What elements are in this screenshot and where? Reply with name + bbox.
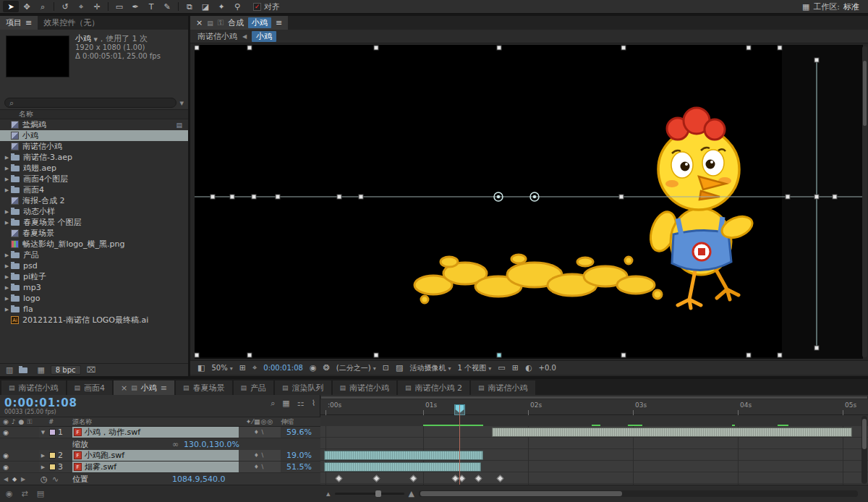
position-value[interactable]: 1084.9,540.0 <box>172 475 225 484</box>
stretch-value[interactable]: 59.6% <box>286 427 312 437</box>
stretch-value[interactable]: 19.0% <box>286 451 312 460</box>
project-item[interactable]: 小鸡 <box>0 130 188 141</box>
timeline-tab[interactable]: ▤南诺信小鸡 <box>471 380 535 395</box>
project-search[interactable]: ⌕ <box>4 98 176 108</box>
zoom-in-icon[interactable]: ▲ <box>409 489 414 498</box>
roi-icon[interactable]: ⊡ <box>383 363 389 373</box>
work-area-bar[interactable] <box>320 396 868 399</box>
lock-icon[interactable]: ⚿ <box>27 418 32 426</box>
project-item[interactable]: ▶画面4 <box>0 184 188 195</box>
close-icon[interactable]: × <box>196 18 203 27</box>
zoom-tool[interactable]: ⌕ <box>35 1 51 12</box>
trash-icon[interactable]: ⌧ <box>87 365 96 375</box>
flowchart-icon[interactable]: ◧ <box>197 363 205 373</box>
label-chip[interactable] <box>49 429 56 435</box>
pixel-aspect-icon[interactable]: ▭ <box>498 363 505 373</box>
tab-project[interactable]: 项目 ≡ <box>0 16 38 30</box>
resolution-select[interactable]: (二分之一) ▾ <box>336 363 376 373</box>
twirl-icon[interactable]: ▶ <box>3 187 11 193</box>
roto-brush-tool[interactable]: ✦ <box>213 1 229 12</box>
keyframe-add-icon[interactable]: ◆ <box>12 476 17 482</box>
motion-blur-toggle-icon[interactable]: ⇄ <box>22 489 28 498</box>
view-layout-select[interactable]: 1 个视图 ▾ <box>458 363 492 373</box>
panel-menu-icon[interactable]: ≡ <box>276 18 282 27</box>
current-timecode[interactable]: 0:00:01:08 <box>4 396 77 409</box>
twirl-icon[interactable]: ▶ <box>3 209 11 215</box>
timeline-vertical-scrollbar[interactable] <box>861 416 867 484</box>
project-item[interactable]: ▶logo <box>0 293 188 304</box>
new-folder-icon[interactable] <box>19 367 27 373</box>
project-item[interactable]: Ai20121211-南诺信 LOGO最终稿.ai <box>0 315 188 326</box>
scale-label[interactable]: 缩放 <box>72 439 88 450</box>
panel-menu-icon[interactable]: ≡ <box>25 16 32 30</box>
color-depth-button[interactable]: 8 bpc <box>51 365 81 375</box>
graph-editor-toggle-icon[interactable]: ▤ <box>37 489 44 498</box>
align-checkbox[interactable]: ✓ <box>253 3 261 11</box>
stopwatch-icon[interactable]: ◷ <box>41 475 48 484</box>
project-item[interactable]: ▶春夏场景 个图层 <box>0 217 188 228</box>
exposure-value[interactable]: +0.0 <box>539 364 556 372</box>
project-item[interactable]: 海报-合成 2 <box>0 195 188 206</box>
graph-icon[interactable]: ∿ <box>52 475 59 484</box>
twirl-icon[interactable]: ▶ <box>39 453 47 459</box>
transparency-grid-icon[interactable]: ▨ <box>396 363 403 373</box>
stretch-value[interactable]: 51.5% <box>286 462 312 472</box>
search-options-icon[interactable]: ▾ <box>179 98 184 108</box>
pan-behind-tool[interactable]: ✛ <box>89 1 105 12</box>
project-item[interactable]: ▶mp3 <box>0 282 188 293</box>
keyframe-prev-icon[interactable]: ◀ <box>4 476 8 482</box>
project-item[interactable]: ▶鸡翅.aep <box>0 163 188 174</box>
scale-property-row[interactable]: 缩放 ∞ 130.0,130.0% <box>0 438 320 450</box>
project-item[interactable]: ▶pi粒子 <box>0 271 188 282</box>
timeline-horizontal-scrollbar[interactable] <box>419 490 858 497</box>
frame-blend-toggle-icon[interactable]: ◉ <box>6 489 13 498</box>
twirl-icon[interactable]: ▶ <box>39 464 47 470</box>
solo-icon[interactable]: ● <box>19 418 25 426</box>
twirl-icon[interactable]: ▼ <box>39 430 47 435</box>
stretch-column-header[interactable]: 伸缩 <box>281 417 320 427</box>
project-item[interactable]: ▶南诺信-3.aep <box>0 152 188 163</box>
lock-icon[interactable]: ⚿ <box>218 18 224 27</box>
eraser-tool[interactable]: ◪ <box>197 1 213 12</box>
twirl-icon[interactable]: ▶ <box>3 307 11 312</box>
exposure-icon[interactable]: ◐ <box>525 363 532 373</box>
timeline-tab[interactable]: ▤南诺信小鸡 2 <box>398 380 469 395</box>
eye-icon[interactable]: ◉ <box>3 429 9 436</box>
align-control[interactable]: ✓ 对齐 <box>253 1 280 12</box>
twirl-icon[interactable]: ▶ <box>3 285 11 291</box>
label-chip[interactable] <box>49 452 56 459</box>
shape-tool[interactable]: ▭ <box>111 1 127 12</box>
layer-duration-bar[interactable] <box>324 462 481 472</box>
viewer-timecode[interactable]: 0:00:01:08 <box>263 364 303 372</box>
twirl-icon[interactable]: ▶ <box>3 220 11 226</box>
rotation-tool[interactable]: ↺ <box>57 1 73 12</box>
label-chip[interactable] <box>49 464 56 470</box>
project-item[interactable]: ▶psd <box>0 260 188 271</box>
project-item[interactable]: 南诺信小鸡 <box>0 141 188 152</box>
layer-row-3[interactable]: ◉ ▶ 3 F 烟雾.swf ♦∖ 51.5% <box>0 461 320 473</box>
zoom-select[interactable]: 50% ▾ <box>211 364 232 372</box>
channels-icon[interactable]: ❂ <box>323 363 330 373</box>
link-icon[interactable]: ∞ <box>172 440 179 449</box>
hide-shy-icon[interactable]: ⌇ <box>312 399 315 408</box>
timeline-tab[interactable]: ▤春夏场景 <box>176 380 232 395</box>
unified-camera-tool[interactable]: ⌖ <box>73 1 89 12</box>
project-item[interactable]: ▶画面4个图层 <box>0 174 188 184</box>
twirl-icon[interactable]: ▶ <box>3 252 11 258</box>
twirl-icon[interactable]: ▶ <box>3 155 11 161</box>
project-item[interactable]: ▶fla <box>0 304 188 315</box>
layer-row-2[interactable]: ◉ ▶ 2 F 小鸡跑.swf ♦∖ 19.0% <box>0 450 320 461</box>
scale-value[interactable]: 130.0,130.0% <box>184 440 239 449</box>
eye-icon[interactable]: ◉ <box>3 418 9 426</box>
audio-icon[interactable]: ♪ <box>12 418 16 426</box>
twirl-icon[interactable]: ▶ <box>3 166 11 171</box>
tab-composition[interactable]: × ▤ ⚿ 合成 小鸡 ≡ <box>190 16 288 30</box>
project-item[interactable]: 畅达影幼_新logo_横_黑.png <box>0 239 188 250</box>
tab-effect-controls[interactable]: 效果控件（无） <box>38 16 105 30</box>
viewer-scrollbar[interactable] <box>862 46 867 357</box>
breadcrumb-current[interactable]: 小鸡 <box>252 31 276 42</box>
brush-tool[interactable]: ✎ <box>159 1 175 12</box>
zoom-out-icon[interactable]: ▴ <box>326 489 331 498</box>
project-item[interactable]: ▶产品 <box>0 250 188 260</box>
timeline-zoom-slider[interactable] <box>335 493 404 495</box>
